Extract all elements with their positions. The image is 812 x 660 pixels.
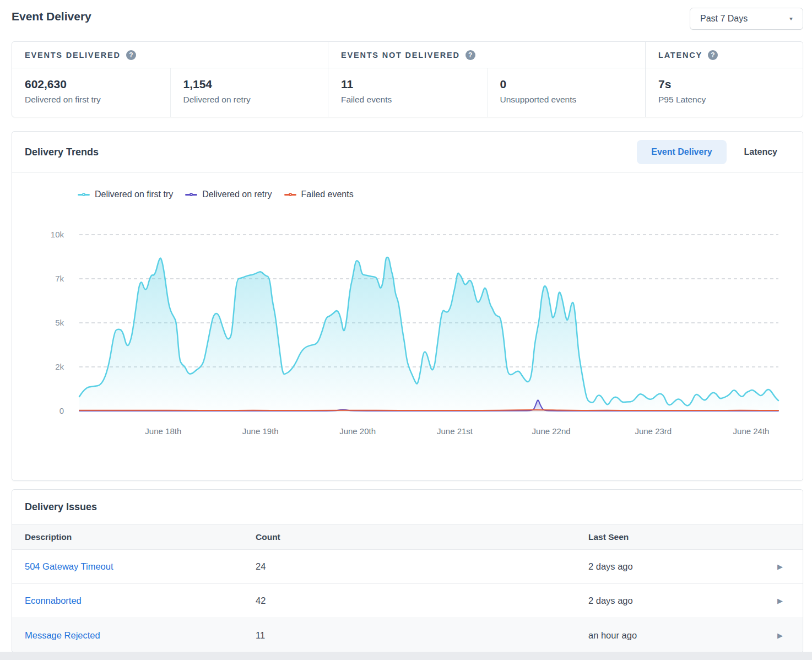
page-title: Event Delivery xyxy=(12,8,91,23)
legend-item-failed: Failed events xyxy=(284,190,354,199)
stat-cells: 602,630 Delivered on first try 1,154 Del… xyxy=(12,68,328,117)
svg-text:7k: 7k xyxy=(55,274,64,283)
svg-text:June 21st: June 21st xyxy=(437,426,473,436)
legend-swatch-retry-icon xyxy=(185,194,197,196)
column-header-description: Description xyxy=(12,532,243,542)
table-row[interactable]: Econnaborted 42 2 days ago ▶ xyxy=(12,584,803,618)
stat-header-label: EVENTS DELIVERED xyxy=(25,51,121,59)
svg-text:June 23rd: June 23rd xyxy=(635,426,672,436)
time-range-dropdown[interactable]: Past 7 Days ▼ xyxy=(690,8,803,30)
stat-section-header: EVENTS DELIVERED ? xyxy=(12,42,328,68)
issue-last-seen: 2 days ago xyxy=(576,561,770,572)
stat-label: Delivered on first try xyxy=(25,95,158,105)
stat-label: Failed events xyxy=(341,95,474,105)
issue-link[interactable]: Econnaborted xyxy=(25,596,82,605)
help-icon[interactable]: ? xyxy=(126,50,136,60)
help-icon[interactable]: ? xyxy=(708,50,718,60)
stat-delivered-on-retry: 1,154 Delivered on retry xyxy=(170,68,328,117)
trends-header: Delivery Trends Event Delivery Latency xyxy=(12,132,803,173)
issues-table-header: Description Count Last Seen xyxy=(12,524,803,550)
issue-last-seen: an hour ago xyxy=(576,630,770,641)
svg-text:0: 0 xyxy=(59,406,64,415)
stats-card: EVENTS DELIVERED ? 602,630 Delivered on … xyxy=(12,41,803,117)
legend-label: Failed events xyxy=(301,190,354,199)
stat-failed-events: 11 Failed events xyxy=(328,68,487,117)
delivery-issues-card: Delivery Issues Description Count Last S… xyxy=(12,489,803,653)
issues-title-row: Delivery Issues xyxy=(12,490,803,524)
issue-link[interactable]: Message Rejected xyxy=(25,630,100,640)
page-bottom-strip xyxy=(0,652,812,660)
svg-text:2k: 2k xyxy=(55,362,64,371)
svg-text:June 19th: June 19th xyxy=(242,426,279,436)
chevron-down-icon: ▼ xyxy=(788,16,794,21)
trends-tabs: Event Delivery Latency xyxy=(637,140,792,164)
stat-header-label: LATENCY xyxy=(658,51,702,59)
stat-section-latency: LATENCY ? 7s P95 Latency xyxy=(645,42,803,117)
svg-text:June 22nd: June 22nd xyxy=(532,426,571,436)
issue-count: 11 xyxy=(243,630,576,641)
svg-text:June 24th: June 24th xyxy=(733,426,770,436)
stat-value: 11 xyxy=(341,78,474,91)
chevron-right-icon[interactable]: ▶ xyxy=(770,597,803,605)
stat-section-events-not-delivered: EVENTS NOT DELIVERED ? 11 Failed events … xyxy=(328,42,645,117)
trends-title: Delivery Trends xyxy=(25,147,99,158)
stat-section-events-delivered: EVENTS DELIVERED ? 602,630 Delivered on … xyxy=(12,42,328,117)
chevron-right-icon[interactable]: ▶ xyxy=(770,562,803,571)
table-row[interactable]: Message Rejected 11 an hour ago ▶ xyxy=(12,618,803,652)
stat-delivered-first-try: 602,630 Delivered on first try xyxy=(12,68,170,117)
stat-value: 1,154 xyxy=(183,78,316,91)
tab-event-delivery[interactable]: Event Delivery xyxy=(637,140,726,164)
svg-text:June 18th: June 18th xyxy=(145,426,181,436)
stat-value: 602,630 xyxy=(25,78,158,91)
stat-label: P95 Latency xyxy=(658,95,790,105)
stat-label: Unsupported events xyxy=(500,95,633,105)
legend-swatch-first-try-icon xyxy=(78,194,90,196)
legend-label: Delivered on first try xyxy=(95,190,173,199)
issue-link[interactable]: 504 Gateway Timeout xyxy=(25,561,113,571)
stat-cells: 11 Failed events 0 Unsupported events xyxy=(328,68,645,117)
issue-last-seen: 2 days ago xyxy=(576,596,770,606)
stat-header-label: EVENTS NOT DELIVERED xyxy=(341,51,460,59)
chevron-right-icon[interactable]: ▶ xyxy=(770,631,803,640)
stat-p95-latency: 7s P95 Latency xyxy=(646,68,803,117)
stat-cells: 7s P95 Latency xyxy=(646,68,803,117)
issue-count: 24 xyxy=(243,561,576,572)
stat-unsupported-events: 0 Unsupported events xyxy=(487,68,646,117)
delivery-trends-chart: 10k7k5k2k0June 18thJune 19thJune 20thJun… xyxy=(12,207,804,444)
legend-item-retry: Delivered on retry xyxy=(185,190,272,199)
stat-value: 0 xyxy=(500,78,633,91)
svg-text:10k: 10k xyxy=(51,230,64,239)
time-range-value: Past 7 Days xyxy=(700,14,748,24)
column-header-last-seen: Last Seen xyxy=(576,532,770,542)
delivery-trends-card: Delivery Trends Event Delivery Latency D… xyxy=(12,131,803,481)
issues-title: Delivery Issues xyxy=(25,501,97,513)
legend-label: Delivered on retry xyxy=(202,190,272,199)
table-row[interactable]: 504 Gateway Timeout 24 2 days ago ▶ xyxy=(12,550,803,584)
event-delivery-page: Event Delivery Past 7 Days ▼ EVENTS DELI… xyxy=(0,0,812,660)
stat-section-header: LATENCY ? xyxy=(646,42,803,68)
tab-latency[interactable]: Latency xyxy=(730,140,792,164)
stat-label: Delivered on retry xyxy=(183,95,316,105)
legend-item-first-try: Delivered on first try xyxy=(78,190,173,199)
topbar: Event Delivery Past 7 Days ▼ xyxy=(0,0,812,34)
legend-swatch-failed-icon xyxy=(284,194,296,196)
stat-section-header: EVENTS NOT DELIVERED ? xyxy=(328,42,645,68)
issue-count: 42 xyxy=(243,596,576,606)
stat-value: 7s xyxy=(658,78,790,91)
svg-text:June 20th: June 20th xyxy=(339,426,376,436)
column-header-count: Count xyxy=(243,532,576,542)
chart-legend: Delivered on first try Delivered on retr… xyxy=(78,188,803,201)
svg-text:5k: 5k xyxy=(55,318,64,327)
help-icon[interactable]: ? xyxy=(465,50,475,60)
